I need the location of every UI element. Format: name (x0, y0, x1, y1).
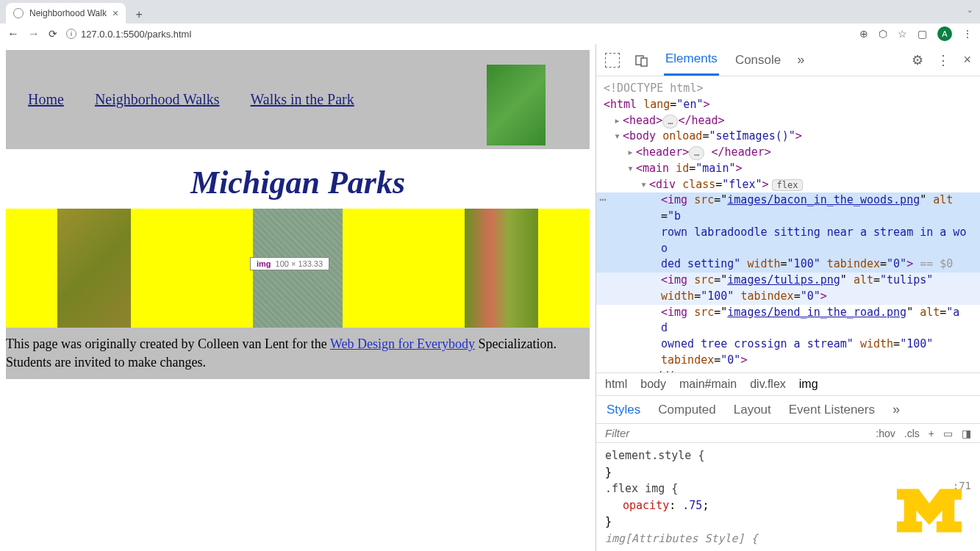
dom-div-flex[interactable]: ▾<div class="flex">flex (596, 177, 980, 193)
forward-button[interactable]: → (28, 27, 40, 40)
dom-img-1[interactable]: <img src="images/bacon_in_the_woods.png"… (596, 192, 980, 225)
reload-button[interactable]: ⟳ (49, 28, 57, 40)
page-title: Michigan Parks (6, 164, 590, 201)
new-tab-button[interactable]: + (130, 6, 148, 24)
device-toggle-icon[interactable] (634, 53, 649, 68)
profile-avatar[interactable]: A (937, 26, 952, 41)
dom-doctype: <!DOCTYPE html> (604, 82, 703, 95)
crumb-body[interactable]: body (640, 378, 666, 391)
tab-bar: Neighborhood Walk × + (0, 0, 980, 24)
tooltip-dimensions: 100 × 133.33 (276, 259, 323, 268)
toolbar-icons: ⊕ ⬡ ☆ ▢ A ⋮ (859, 26, 973, 41)
styles-tab-bar: Styles Computed Layout Event Listeners » (596, 396, 980, 424)
tab-title: Neighborhood Walk (29, 8, 107, 18)
settings-icon[interactable]: ⚙ (912, 52, 923, 68)
bookmark-icon[interactable]: ☆ (898, 28, 907, 40)
dom-body[interactable]: ▾<body onload="setImages()"> (596, 129, 980, 145)
zoom-icon[interactable]: ⊕ (859, 28, 868, 40)
footer-link[interactable]: Web Design for Everybody (330, 336, 475, 351)
image-bend-road[interactable] (465, 209, 538, 328)
address-bar[interactable]: i 127.0.0.1:5500/parks.html (66, 29, 851, 40)
tab-layout[interactable]: Layout (734, 403, 771, 417)
browser-chrome: Neighborhood Walk × + ⌄ ← → ⟳ i 127.0.0.… (0, 0, 980, 44)
computed-toggle-icon[interactable]: ▭ (943, 428, 953, 439)
more-tabs-icon[interactable]: » (797, 52, 804, 68)
header-image (487, 65, 546, 145)
breadcrumb: html body main#main div.flex img (596, 372, 980, 396)
styles-pane[interactable]: element.style { } :71 .flex img { opacit… (596, 443, 980, 551)
dom-div-close[interactable]: </div> (596, 369, 980, 373)
dom-img-3[interactable]: <img src="images/bend_in_the_road.png" a… (596, 305, 980, 337)
devtools-panel: Elements Console » ⚙ ⋮ × ⋯ <!DOCTYPE htm… (595, 44, 980, 551)
extension-icon[interactable]: ⬡ (879, 28, 887, 40)
dom-html[interactable]: <html lang="en"> (596, 97, 980, 113)
close-tab-icon[interactable]: × (112, 7, 118, 19)
tab-elements[interactable]: Elements (664, 44, 719, 76)
hov-toggle[interactable]: :hov (876, 428, 895, 439)
tab-computed[interactable]: Computed (658, 403, 715, 417)
crumb-div-flex[interactable]: div.flex (750, 378, 786, 391)
styles-toolbar: :hov .cls + ▭ ◨ (596, 424, 980, 443)
sidebar-toggle-icon[interactable]: ◨ (962, 428, 971, 439)
dom-main[interactable]: ▾<main id="main"> (596, 161, 980, 177)
crumb-html[interactable]: html (605, 378, 627, 391)
dom-header[interactable]: ▸<header>… </header> (596, 145, 980, 161)
page-footer: This page was originally created by Coll… (6, 328, 590, 379)
tab-event-listeners[interactable]: Event Listeners (789, 403, 875, 417)
more-styles-tabs-icon[interactable]: » (893, 402, 900, 417)
nav-neighborhood-walks[interactable]: Neighborhood Walks (95, 91, 220, 108)
close-devtools-icon[interactable]: × (963, 52, 971, 68)
rule-element-style[interactable]: element.style { (605, 447, 971, 464)
footer-pre: This page was originally created by Coll… (6, 336, 330, 351)
url-text: 127.0.0.1:5500/parks.html (81, 29, 191, 40)
michigan-logo (893, 485, 965, 536)
page-viewport: Home Neighborhood Walks Walks in the Par… (0, 44, 595, 551)
chevron-down-icon[interactable]: ⌄ (967, 6, 973, 14)
globe-icon (13, 8, 24, 18)
new-rule-button[interactable]: + (929, 428, 934, 439)
kebab-icon[interactable]: ⋮ (937, 52, 950, 68)
crumb-main[interactable]: main#main (679, 378, 737, 391)
dom-img-2[interactable]: <img src="images/tulips.png" alt="tulips… (596, 273, 980, 289)
styles-filter-input[interactable] (605, 427, 867, 439)
image-bacon-woods[interactable] (57, 209, 131, 328)
nav-home[interactable]: Home (28, 91, 64, 108)
dom-tree[interactable]: ⋯ <!DOCTYPE html> <html lang="en"> ▸<hea… (596, 76, 980, 372)
nav-walks-in-the-park[interactable]: Walks in the Park (251, 91, 354, 108)
tooltip-tag: img (257, 259, 271, 268)
kebab-menu-icon[interactable]: ⋮ (962, 28, 973, 40)
inspect-icon[interactable] (605, 53, 620, 68)
element-tooltip: img 100 × 133.33 (250, 257, 329, 270)
tab-console[interactable]: Console (734, 46, 782, 75)
devtools-tab-bar: Elements Console » ⚙ ⋮ × (596, 44, 980, 76)
line-actions-icon[interactable]: ⋯ (599, 191, 607, 208)
back-button[interactable]: ← (7, 27, 19, 40)
svg-rect-1 (641, 58, 647, 66)
browser-tab[interactable]: Neighborhood Walk × (6, 3, 126, 24)
crumb-img[interactable]: img (799, 378, 818, 391)
cls-toggle[interactable]: .cls (904, 428, 920, 439)
url-bar: ← → ⟳ i 127.0.0.1:5500/parks.html ⊕ ⬡ ☆ … (0, 24, 980, 44)
page-header: Home Neighborhood Walks Walks in the Par… (6, 50, 590, 149)
dom-head[interactable]: ▸<head>…</head> (596, 113, 980, 129)
site-info-icon[interactable]: i (66, 29, 76, 39)
tab-styles[interactable]: Styles (607, 403, 640, 417)
panel-icon[interactable]: ▢ (918, 28, 927, 40)
